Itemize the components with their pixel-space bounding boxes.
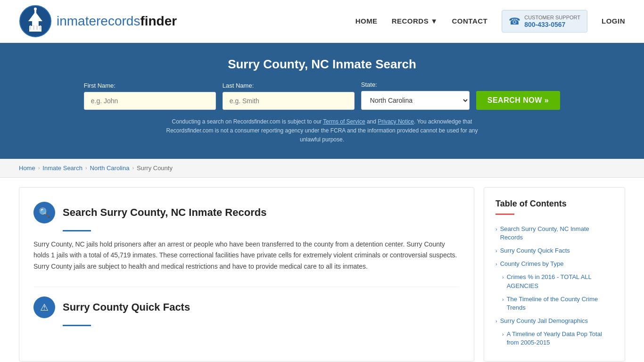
breadcrumb-sep-1: ›: [38, 165, 40, 171]
logo-text: inmaterecordsfinder: [57, 14, 177, 29]
content-left: 🔍 Search Surry County, NC Inmate Records…: [19, 187, 474, 362]
toc-chevron-icon: ›: [502, 274, 504, 281]
toc-chevron-icon: ›: [502, 296, 504, 303]
section2-heading: ⚠ Surry County Quick Facts: [33, 296, 460, 318]
toc-item-label: A Timeline of Yearly Data Pop Total from…: [507, 330, 613, 347]
first-name-group: First Name:: [84, 82, 216, 110]
search-section-icon: 🔍: [33, 202, 55, 223]
hero-title: Surry County, NC Inmate Search: [19, 57, 625, 72]
state-select[interactable]: North Carolina: [361, 91, 470, 110]
last-name-group: Last Name:: [223, 82, 355, 110]
support-info: CUSTOMER SUPPORT 800-433-0567: [524, 14, 580, 28]
customer-support-box[interactable]: ☎ CUSTOMER SUPPORT 800-433-0567: [502, 10, 587, 33]
state-label: State:: [361, 81, 377, 88]
svg-rect-9: [40, 25, 41, 30]
toc-chevron-icon: ›: [495, 261, 497, 268]
table-of-contents: Table of Contents ›Search Surry County, …: [484, 187, 625, 362]
breadcrumb-county: Surry County: [137, 165, 173, 172]
privacy-link[interactable]: Privacy Notice: [378, 118, 414, 125]
toc-item[interactable]: ›A Timeline of Yearly Data Pop Total fro…: [495, 328, 613, 349]
section2-title: Surry County Quick Facts: [63, 301, 190, 313]
first-name-input[interactable]: [84, 92, 216, 110]
support-label: CUSTOMER SUPPORT: [524, 14, 580, 21]
svg-rect-2: [32, 21, 39, 26]
toc-item-label: Surry County Quick Facts: [500, 247, 570, 255]
toc-item-label: Surry County Jail Demographics: [500, 317, 588, 325]
hero-section: Surry County, NC Inmate Search First Nam…: [0, 43, 644, 159]
first-name-label: First Name:: [84, 82, 116, 89]
search-form: First Name: Last Name: State: North Caro…: [19, 81, 625, 110]
alert-icon: ⚠: [40, 302, 49, 313]
section2: ⚠ Surry County Quick Facts: [33, 287, 460, 326]
main-content: 🔍 Search Surry County, NC Inmate Records…: [0, 178, 644, 362]
last-name-input[interactable]: [223, 92, 355, 110]
logo-icon: [19, 5, 52, 38]
toc-item[interactable]: ›Surry County Jail Demographics: [495, 314, 613, 328]
breadcrumb-home[interactable]: Home: [19, 165, 35, 172]
section1-heading: 🔍 Search Surry County, NC Inmate Records: [33, 202, 460, 223]
breadcrumb-inmate-search[interactable]: Inmate Search: [42, 165, 83, 172]
main-nav: HOME RECORDS ▼ CONTACT ☎ CUSTOMER SUPPOR…: [355, 10, 625, 33]
breadcrumb-state[interactable]: North Carolina: [90, 165, 130, 172]
section1-title: Search Surry County, NC Inmate Records: [63, 206, 266, 219]
toc-item-label: Search Surry County, NC Inmate Records: [500, 225, 613, 242]
hero-disclaimer: Conducting a search on Recordsfinder.com…: [157, 117, 487, 145]
toc-item[interactable]: ›Crimes % in 2016 - TOTAL ALL AGENCIES: [495, 271, 613, 292]
toc-list: ›Search Surry County, NC Inmate Records›…: [495, 222, 613, 350]
headset-icon: ☎: [509, 16, 520, 27]
svg-rect-6: [30, 25, 31, 30]
toc-underline: [495, 214, 514, 215]
search-button[interactable]: SEARCH NOW »: [476, 91, 560, 110]
last-name-label: Last Name:: [223, 82, 254, 89]
svg-rect-7: [33, 25, 34, 30]
toc-item-label: County Crimes by Type: [500, 260, 564, 268]
site-header: inmaterecordsfinder HOME RECORDS ▼ CONTA…: [0, 0, 644, 43]
magnify-icon: 🔍: [39, 207, 50, 218]
breadcrumb-sep-3: ›: [132, 165, 134, 171]
toc-chevron-icon: ›: [495, 318, 497, 325]
chevron-down-icon: ▼: [430, 17, 438, 25]
toc-chevron-icon: ›: [495, 226, 497, 233]
state-group: State: North Carolina: [361, 81, 470, 110]
toc-item[interactable]: ›The Timeline of the County Crime Trends: [495, 293, 613, 314]
svg-point-5: [34, 8, 37, 10]
logo-area: inmaterecordsfinder: [19, 5, 177, 38]
section1-underline: [63, 230, 91, 231]
toc-item[interactable]: ›County Crimes by Type: [495, 257, 613, 271]
toc-item[interactable]: ›Surry County Quick Facts: [495, 244, 613, 257]
section2-underline: [63, 325, 91, 326]
toc-item-label: Crimes % in 2016 - TOTAL ALL AGENCIES: [507, 273, 613, 290]
nav-home[interactable]: HOME: [355, 17, 378, 25]
svg-rect-8: [36, 25, 38, 30]
alert-section-icon: ⚠: [33, 296, 55, 318]
tos-link[interactable]: Terms of Service: [323, 118, 365, 125]
breadcrumb: Home › Inmate Search › North Carolina › …: [0, 159, 644, 178]
toc-chevron-icon: ›: [502, 331, 504, 338]
toc-item[interactable]: ›Search Surry County, NC Inmate Records: [495, 222, 613, 244]
toc-item-label: The Timeline of the County Crime Trends: [507, 295, 613, 312]
nav-records[interactable]: RECORDS ▼: [392, 17, 438, 25]
nav-login[interactable]: LOGIN: [602, 17, 625, 25]
section1-text: Surry County, NC jails hold prisoners af…: [33, 239, 460, 272]
breadcrumb-sep-2: ›: [85, 165, 87, 171]
support-phone: 800-433-0567: [524, 21, 580, 28]
toc-title: Table of Contents: [495, 199, 613, 209]
nav-contact[interactable]: CONTACT: [452, 17, 488, 25]
toc-chevron-icon: ›: [495, 247, 497, 255]
